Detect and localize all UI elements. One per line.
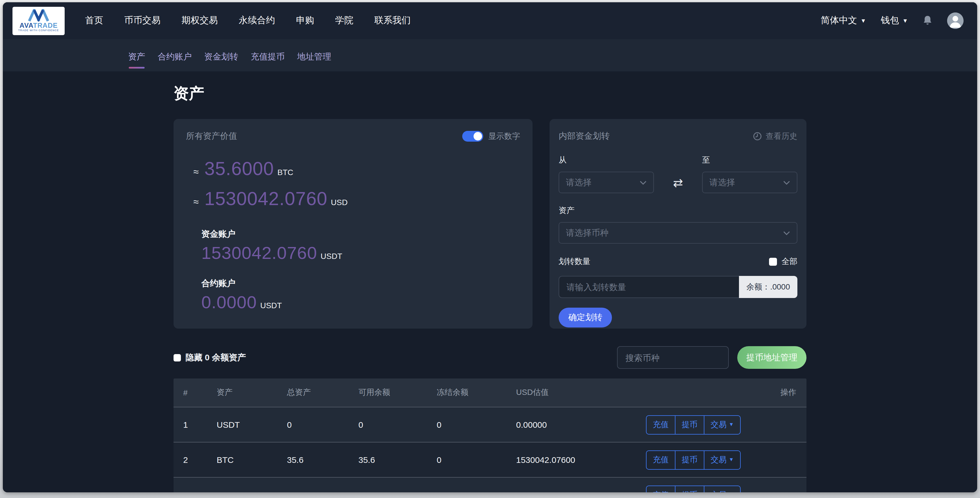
show-numbers-toggle[interactable] (462, 131, 483, 142)
top-navbar: AVATRADE TRADE WITH CONFIDENCE 首页 币币交易 期… (3, 2, 977, 39)
subtab-address-management[interactable]: 地址管理 (297, 52, 331, 71)
transfer-all-checkbox-wrap[interactable]: 全部 (769, 257, 797, 267)
col-available: 可用余额 (358, 387, 437, 398)
nav-item-home[interactable]: 首页 (85, 15, 103, 27)
logo-tagline: TRADE WITH CONFIDENCE (18, 29, 59, 32)
clock-icon (753, 132, 762, 141)
col-frozen: 冻结余额 (437, 387, 516, 398)
notification-bell-icon[interactable] (923, 15, 932, 26)
nav-item-subscribe[interactable]: 申购 (296, 15, 314, 27)
chevron-down-icon (783, 181, 790, 184)
wallet-subnav: 资产 合约账户 资金划转 充值提币 地址管理 (3, 39, 977, 71)
cell-frozen: 0 (437, 455, 516, 465)
withdraw-button[interactable]: 提币 (675, 486, 704, 492)
cell-asset: ETH (216, 490, 287, 492)
deposit-button[interactable]: 充值 (646, 416, 675, 434)
trade-dropdown-button[interactable]: 交易▼ (704, 451, 740, 469)
total-assets-card: 所有资产价值 显示数字 ≈ 35.6000 BTC ≈ 1530042.0760… (173, 119, 533, 328)
wallet-dropdown[interactable]: 钱包▼ (881, 15, 908, 27)
transfer-all-checkbox[interactable] (769, 258, 777, 266)
to-label: 至 (702, 155, 797, 165)
withdraw-button[interactable]: 提币 (675, 416, 704, 434)
nav-item-perpetual[interactable]: 永续合约 (239, 15, 275, 27)
cell-actions: 充值 提币 交易▼ (644, 450, 807, 469)
language-dropdown[interactable]: 简体中文▼ (821, 15, 866, 27)
deposit-button[interactable]: 充值 (646, 486, 675, 492)
table-row: 3 ETH 0 0 0 0.00000 充值 提币 交易▼ (173, 477, 807, 492)
confirm-transfer-button[interactable]: 确定划转 (558, 308, 612, 327)
cell-frozen: 0 (437, 420, 516, 430)
main-nav: 首页 币币交易 期权交易 永续合约 申购 学院 联系我们 (85, 15, 410, 27)
cell-available: 35.6 (358, 455, 437, 465)
view-history-link[interactable]: 查看历史 (753, 131, 797, 141)
deposit-button[interactable]: 充值 (646, 451, 675, 469)
swap-direction-icon[interactable]: ⇄ (654, 176, 702, 189)
cell-usd: 0.00000 (516, 490, 644, 492)
caret-down-icon: ▼ (729, 457, 734, 462)
nav-item-options-trade[interactable]: 期权交易 (181, 15, 218, 27)
withdraw-button[interactable]: 提币 (675, 451, 704, 469)
search-coin-input[interactable] (617, 346, 729, 369)
hide-zero-label: 隐藏 0 余额资产 (185, 352, 246, 363)
col-index: # (173, 388, 216, 397)
asset-label: 资产 (558, 206, 797, 216)
usd-unit: USD (331, 198, 348, 207)
amount-label: 划转数量 (558, 257, 590, 267)
nav-item-contact[interactable]: 联系我们 (374, 15, 410, 27)
chevron-down-icon (783, 231, 790, 235)
subtab-assets[interactable]: 资产 (128, 52, 145, 71)
withdraw-address-button[interactable]: 提币地址管理 (737, 346, 807, 369)
coin-select[interactable]: 请选择币种 (558, 222, 797, 244)
transfer-card-title: 内部资金划转 (558, 131, 610, 142)
hide-zero-checkbox[interactable] (173, 354, 181, 361)
table-row: 2 BTC 35.6 35.6 0 1530042.07600 充值 提币 交易… (173, 442, 807, 477)
caret-down-icon: ▼ (860, 18, 866, 24)
cell-asset: USDT (216, 420, 287, 430)
chevron-down-icon (640, 181, 646, 184)
cell-index: 1 (173, 420, 216, 430)
subtab-contract-account[interactable]: 合约账户 (158, 52, 192, 71)
cell-asset: BTC (216, 455, 287, 465)
to-account-select[interactable]: 请选择 (702, 172, 797, 193)
col-actions: 操作 (644, 387, 807, 398)
cell-index: 3 (173, 490, 216, 492)
usd-amount: 1530042.0760 (204, 188, 328, 209)
assets-card-title: 所有资产价值 (186, 131, 237, 142)
user-avatar[interactable] (947, 13, 964, 29)
total-usd-value: ≈ 1530042.0760 USD (193, 188, 520, 209)
subtab-fund-transfer[interactable]: 资金划转 (204, 52, 238, 71)
trade-dropdown-button[interactable]: 交易▼ (704, 416, 740, 434)
avatrade-logo-icon (28, 9, 49, 22)
main-content: 资产 所有资产价值 显示数字 ≈ 35.6000 BTC ≈ (173, 83, 807, 492)
subtab-deposit-withdraw[interactable]: 充值提币 (251, 52, 285, 71)
balance-addon: 余额：.0000 (739, 276, 797, 298)
cell-available: 0 (358, 490, 437, 492)
transfer-amount-input[interactable] (558, 276, 739, 298)
asset-table: # 资产 总资产 可用余额 冻结余额 USD估值 操作 1 USDT 0 0 0… (173, 379, 807, 492)
btc-amount: 35.6000 (204, 158, 274, 179)
contract-account-label: 合约账户 (201, 278, 520, 289)
nav-item-spot-trade[interactable]: 币币交易 (124, 15, 161, 27)
show-numbers-label: 显示数字 (488, 131, 520, 141)
transfer-all-label: 全部 (781, 257, 797, 267)
asset-table-body: 1 USDT 0 0 0 0.00000 充值 提币 交易▼ 2 BTC 35.… (173, 407, 807, 492)
trade-dropdown-button[interactable]: 交易▼ (704, 486, 740, 492)
funding-account-label: 资金账户 (201, 229, 520, 239)
summary-cards: 所有资产价值 显示数字 ≈ 35.6000 BTC ≈ 1530042.0760… (173, 119, 807, 328)
cell-frozen: 0 (437, 490, 516, 492)
hide-zero-checkbox-wrap[interactable]: 隐藏 0 余额资产 (173, 352, 246, 363)
avatrade-logo[interactable]: AVATRADE TRADE WITH CONFIDENCE (13, 6, 65, 35)
col-total: 总资产 (287, 387, 358, 398)
nav-item-academy[interactable]: 学院 (335, 15, 353, 27)
row-action-group: 充值 提币 交易▼ (646, 485, 741, 492)
row-action-group: 充值 提币 交易▼ (646, 415, 741, 434)
cell-actions: 充值 提币 交易▼ (644, 415, 807, 434)
caret-down-icon: ▼ (902, 18, 908, 24)
from-account-select[interactable]: 请选择 (558, 172, 654, 193)
asset-table-header: # 资产 总资产 可用余额 冻结余额 USD估值 操作 (173, 379, 807, 407)
internal-transfer-card: 内部资金划转 查看历史 从 至 (550, 119, 807, 328)
page-title: 资产 (173, 83, 807, 104)
cell-total: 35.6 (287, 455, 358, 465)
table-row: 1 USDT 0 0 0 0.00000 充值 提币 交易▼ (173, 407, 807, 442)
cell-total: 0 (287, 490, 358, 492)
